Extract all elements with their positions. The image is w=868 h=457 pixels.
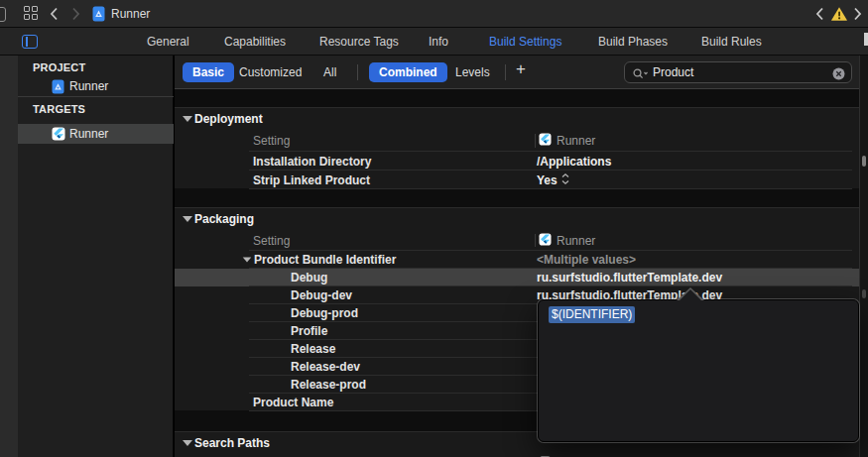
scope-button-basic[interactable]: Basic: [183, 62, 234, 82]
section-deployment: DeploymentSettingRunnerInstallation Dire…: [175, 107, 860, 188]
project-targets-sidebar: PROJECT Runner TARGETS Runner: [18, 56, 174, 457]
setting-label: Release: [291, 340, 335, 358]
section-header[interactable]: Deployment: [175, 108, 860, 130]
column-divider: [535, 134, 536, 148]
flutter-target-icon: [52, 127, 65, 145]
search-input-value[interactable]: Product: [653, 62, 693, 82]
search-clear-icon[interactable]: [832, 66, 845, 84]
issues-next-chevron-icon[interactable]: [853, 7, 862, 21]
setting-label: Product Name: [253, 394, 333, 411]
setting-row-product-bundle-identifier[interactable]: Product Bundle Identifier<Multiple value…: [175, 251, 860, 269]
setting-label: Release-dev: [291, 358, 360, 376]
setting-label: Debug-prod: [291, 304, 358, 322]
tab-info[interactable]: Info: [429, 28, 448, 56]
column-header-setting: Setting: [253, 230, 290, 251]
column-header-row: SettingRunner: [175, 130, 860, 152]
disclosure-triangle-icon[interactable]: [183, 440, 192, 446]
add-build-setting-button[interactable]: +: [516, 59, 526, 79]
tab-build-rules[interactable]: Build Rules: [701, 28, 762, 56]
warning-triangle-icon[interactable]: [830, 6, 848, 26]
sidebar-item-target-runner[interactable]: Runner: [18, 124, 174, 144]
disclosure-triangle-icon[interactable]: [183, 216, 192, 222]
setting-label: Debug: [291, 269, 327, 286]
collapsed-navigator-strip: [0, 28, 18, 457]
clipped-edge-element: [864, 33, 868, 46]
sidebar-item-project-runner[interactable]: Runner: [18, 76, 174, 96]
flutter-target-icon: [539, 133, 552, 149]
sidebar-target-label: Runner: [69, 124, 108, 144]
tab-build-phases[interactable]: Build Phases: [598, 28, 668, 56]
sidebar-project-label: Runner: [69, 76, 108, 96]
section-title: Search Paths: [194, 436, 270, 450]
column-header-setting: Setting: [253, 453, 290, 457]
project-document-icon: [92, 6, 105, 26]
editor-tab-bar: GeneralCapabilitiesResource TagsInfoBuil…: [0, 28, 868, 56]
setting-row-debug[interactable]: Debugru.surfstudio.flutterTemplate.dev: [175, 269, 860, 286]
selected-text[interactable]: $(IDENTIFIER): [549, 306, 635, 323]
setting-label: Installation Directory: [253, 152, 371, 171]
setting-value[interactable]: ru.surfstudio.flutterTemplate.dev: [537, 269, 722, 286]
setting-value[interactable]: <Multiple values>: [537, 251, 636, 269]
targets-section-header: TARGETS: [33, 103, 85, 115]
disclosure-triangle-icon[interactable]: [243, 257, 252, 262]
section-header[interactable]: Packaging: [175, 208, 860, 230]
column-header-setting: Setting: [253, 130, 290, 152]
scope-button-customized[interactable]: Customized: [239, 62, 302, 82]
sidebar-divider: [18, 96, 174, 97]
search-icon: [632, 66, 650, 84]
view-button-levels[interactable]: Levels: [455, 62, 490, 82]
column-divider: [535, 234, 536, 247]
setting-value[interactable]: /Applications: [537, 152, 611, 171]
issues-prev-chevron-icon[interactable]: [815, 7, 824, 21]
toolbar-document-title: Runner: [111, 0, 150, 28]
clipped-toolbar-button-icon: [0, 7, 6, 22]
view-button-combined[interactable]: Combined: [369, 62, 447, 82]
setting-label: Product Bundle Identifier: [254, 251, 396, 269]
filter-separator: [505, 64, 506, 80]
column-header-row: SettingRunner: [175, 453, 860, 457]
forward-chevron-icon[interactable]: [71, 7, 80, 21]
targets-list-toggle-icon[interactable]: [22, 35, 38, 49]
setting-label: Release-prod: [291, 376, 366, 394]
value-editor-popup[interactable]: $(IDENTIFIER): [538, 299, 859, 442]
setting-row-strip-linked-product[interactable]: Strip Linked ProductYes: [175, 171, 860, 189]
build-settings-filter-bar: Basic Customized All Combined Levels + P…: [175, 56, 860, 89]
column-header-target-label: Runner: [557, 134, 595, 148]
value-editor-text[interactable]: $(IDENTIFIER): [549, 307, 635, 321]
column-header-target: Runner: [539, 130, 595, 152]
flutter-target-icon: [539, 233, 552, 249]
disclosure-triangle-icon[interactable]: [183, 116, 192, 122]
filter-separator: [357, 64, 358, 80]
back-chevron-icon[interactable]: [50, 7, 59, 21]
related-items-grid-icon[interactable]: [24, 6, 40, 22]
tab-capabilities[interactable]: Capabilities: [224, 28, 286, 56]
setting-value[interactable]: Yes: [537, 171, 569, 189]
toolbar: Runner: [0, 0, 868, 28]
setting-label: Strip Linked Product: [253, 171, 370, 189]
column-header-row: SettingRunner: [175, 230, 860, 251]
setting-label: Debug-dev: [291, 286, 352, 304]
section-title: Packaging: [194, 212, 254, 226]
section-title: Deployment: [194, 112, 263, 126]
scope-button-all[interactable]: All: [323, 62, 336, 82]
tab-resource-tags[interactable]: Resource Tags: [319, 28, 399, 56]
tab-build-settings[interactable]: Build Settings: [489, 28, 561, 56]
stepper-chevrons-icon[interactable]: [561, 172, 569, 188]
search-field[interactable]: Product: [624, 61, 852, 83]
tab-general[interactable]: General: [147, 28, 189, 56]
column-header-target: Runner: [539, 453, 595, 457]
scrollbar-gutter[interactable]: [859, 56, 868, 457]
column-header-target: Runner: [539, 230, 595, 251]
column-header-target-label: Runner: [557, 234, 595, 248]
setting-row-installation-directory[interactable]: Installation Directory/Applications: [175, 152, 860, 171]
setting-label: Profile: [291, 322, 327, 340]
project-section-header: PROJECT: [33, 61, 85, 73]
